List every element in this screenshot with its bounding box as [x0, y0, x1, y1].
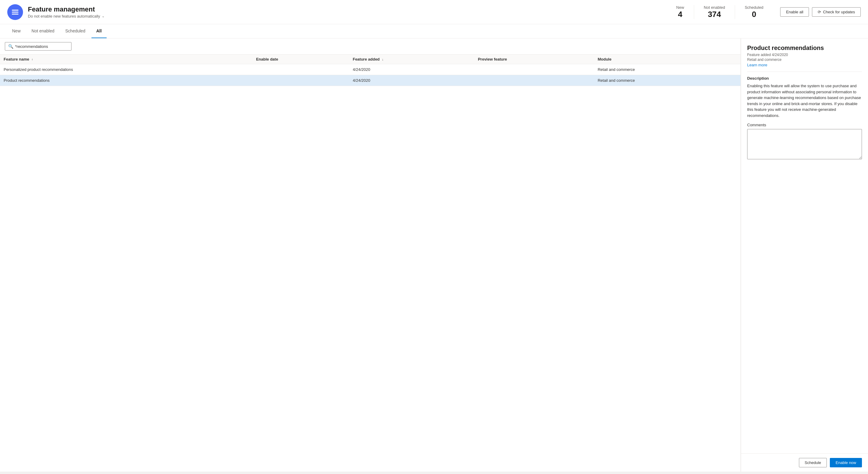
cell-feature-name: Product recommendations	[0, 75, 252, 86]
col-module[interactable]: Module	[594, 55, 741, 64]
page-subtitle[interactable]: Do not enable new features automatically…	[28, 14, 666, 19]
cell-feature-added: 4/24/2020	[349, 64, 474, 75]
tab-new[interactable]: New	[7, 24, 26, 38]
learn-more-link[interactable]: Learn more	[747, 63, 767, 67]
enable-now-button[interactable]: Enable now	[830, 458, 862, 467]
main-content: 🔍 Feature name ↑ Enable date	[0, 38, 868, 472]
nav-tabs: New Not enabled Scheduled All	[0, 24, 868, 38]
page-title: Feature management	[28, 5, 666, 13]
search-input-wrap[interactable]: 🔍	[5, 42, 71, 51]
list-panel: 🔍 Feature name ↑ Enable date	[0, 38, 741, 472]
table-row[interactable]: Personalized product recommendations 4/2…	[0, 64, 741, 75]
svg-rect-0	[12, 10, 19, 10]
detail-title: Product recommendations	[747, 44, 862, 52]
sort-desc-icon: ↓	[382, 58, 383, 61]
tab-all[interactable]: All	[91, 24, 106, 38]
cell-feature-added: 4/24/2020	[349, 75, 474, 86]
cell-module: Retail and commerce	[594, 75, 741, 86]
page-header: Feature management Do not enable new fea…	[0, 0, 868, 24]
title-block: Feature management Do not enable new fea…	[28, 5, 666, 19]
table-wrapper: Feature name ↑ Enable date Feature added…	[0, 55, 741, 472]
col-feature-name[interactable]: Feature name ↑	[0, 55, 252, 64]
col-enable-date[interactable]: Enable date	[252, 55, 349, 64]
feature-table: Feature name ↑ Enable date Feature added…	[0, 55, 741, 86]
cell-feature-name: Personalized product recommendations	[0, 64, 252, 75]
sort-asc-icon: ↑	[31, 58, 33, 61]
cell-enable-date	[252, 64, 349, 75]
detail-content: Product recommendations Feature added 4/…	[741, 38, 868, 453]
col-preview-feature[interactable]: Preview feature	[474, 55, 594, 64]
tab-not-enabled[interactable]: Not enabled	[27, 24, 59, 38]
search-input[interactable]	[15, 44, 68, 49]
description-heading: Description	[747, 76, 862, 81]
svg-rect-1	[12, 11, 19, 12]
cell-enable-date	[252, 75, 349, 86]
stats-block: New 4 Not enabled 374 Scheduled 0	[666, 5, 773, 19]
detail-divider-1	[747, 71, 862, 72]
detail-panel: Product recommendations Feature added 4/…	[741, 38, 868, 472]
search-icon: 🔍	[8, 44, 13, 49]
cell-preview-feature	[474, 64, 594, 75]
stat-scheduled: Scheduled 0	[735, 5, 773, 19]
detail-module: Retail and commerce	[747, 58, 862, 62]
cell-module: Retail and commerce	[594, 64, 741, 75]
header-actions: Enable all ⟳ Check for updates	[780, 7, 861, 17]
enable-all-button[interactable]: Enable all	[780, 7, 809, 17]
detail-footer: Schedule Enable now	[741, 453, 868, 472]
table-row[interactable]: Product recommendations 4/24/2020 Retail…	[0, 75, 741, 86]
stat-new: New 4	[666, 5, 694, 19]
table-header-row: Feature name ↑ Enable date Feature added…	[0, 55, 741, 64]
comments-label: Comments	[747, 123, 862, 127]
check-updates-button[interactable]: ⟳ Check for updates	[812, 7, 861, 17]
detail-feature-added: Feature added 4/24/2020	[747, 53, 862, 57]
tab-scheduled[interactable]: Scheduled	[61, 24, 90, 38]
schedule-button[interactable]: Schedule	[799, 458, 827, 467]
col-feature-added[interactable]: Feature added ↓	[349, 55, 474, 64]
detail-description-text: Enabling this feature will allow the sys…	[747, 83, 862, 119]
stat-not-enabled: Not enabled 374	[694, 5, 735, 19]
chevron-down-icon: ⌄	[102, 14, 104, 18]
comments-textarea[interactable]	[747, 129, 862, 159]
search-bar: 🔍	[0, 38, 741, 55]
svg-rect-2	[12, 13, 19, 14]
app-logo	[7, 4, 23, 20]
refresh-icon: ⟳	[818, 10, 821, 14]
cell-preview-feature	[474, 75, 594, 86]
